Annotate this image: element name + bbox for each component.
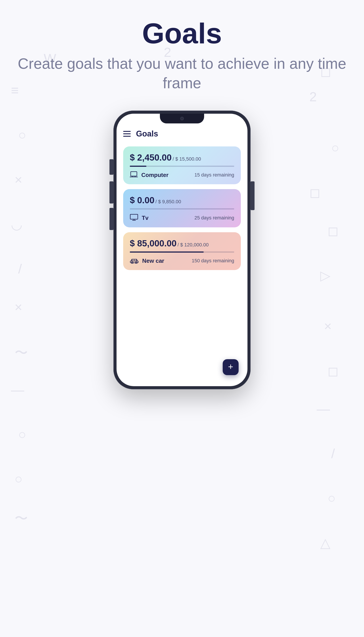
amount-current-newcar: $ 85,000.00	[130, 238, 176, 248]
card-info-computer: Computer 15 days remaining	[130, 171, 234, 179]
goal-card-computer[interactable]: $ 2,450.00 / $ 15,500.00	[123, 146, 241, 184]
card-label-computer: Computer	[141, 172, 168, 178]
app-content: Goals $ 2,450.00 / $ 15,500.00	[116, 114, 248, 386]
volume-silent-button	[110, 159, 114, 175]
bg-symbol: ○	[14, 471, 22, 486]
plus-icon: +	[228, 362, 233, 371]
bg-symbol: ○	[328, 490, 336, 506]
card-icon-label-tv: Tv	[130, 214, 148, 222]
card-info-tv: Tv 25 days remaining	[130, 214, 234, 222]
hamburger-line-3	[123, 136, 131, 137]
card-label-newcar: New car	[142, 258, 164, 264]
amount-current-computer: $ 2,450.00	[130, 152, 172, 162]
page-subtitle: Create goals that you want to achieve in…	[0, 54, 364, 93]
amount-current-tv: $ 0.00	[130, 195, 154, 205]
svg-rect-4	[130, 214, 138, 219]
card-days-newcar: 150 days remaining	[192, 258, 234, 264]
card-days-computer: 15 days remaining	[194, 172, 234, 178]
page-header: Goals Create goals that you want to achi…	[0, 0, 364, 102]
hamburger-line-1	[123, 131, 131, 132]
laptop-icon	[130, 171, 138, 179]
card-amount-computer: $ 2,450.00 / $ 15,500.00	[130, 152, 234, 162]
progress-bar-computer	[130, 166, 234, 167]
amount-total-newcar: / $ 120,000.00	[178, 242, 209, 248]
page-title: Goals	[0, 18, 364, 49]
add-goal-fab-button[interactable]: +	[223, 359, 238, 375]
goal-card-newcar[interactable]: $ 85,000.00 / $ 120,000.00	[123, 232, 241, 270]
card-amount-tv: $ 0.00 / $ 9,850.00	[130, 195, 234, 205]
bg-symbol: ○	[18, 427, 26, 442]
card-icon-label-newcar: New car	[130, 257, 164, 265]
volume-up-button	[110, 181, 114, 204]
app-header: Goals	[123, 127, 241, 138]
hamburger-menu-button[interactable]	[123, 131, 131, 137]
bg-symbol: —	[317, 401, 330, 416]
amount-total-tv: / $ 9,850.00	[156, 199, 181, 204]
bg-symbol: △	[320, 535, 330, 550]
progress-bar-tv	[130, 208, 234, 210]
phone-screen: Goals $ 2,450.00 / $ 15,500.00	[116, 114, 248, 386]
car-icon	[130, 257, 139, 265]
volume-down-button	[110, 208, 114, 230]
card-amount-newcar: $ 85,000.00 / $ 120,000.00	[130, 238, 234, 248]
amount-total-computer: / $ 15,500.00	[173, 156, 201, 162]
bg-symbol: 〜	[14, 510, 28, 528]
card-icon-label-computer: Computer	[130, 171, 168, 179]
front-camera	[180, 117, 184, 120]
app-header-title: Goals	[136, 129, 158, 138]
card-days-tv: 25 days remaining	[194, 215, 234, 221]
card-info-newcar: New car 150 days remaining	[130, 257, 234, 265]
bg-symbol: /	[331, 446, 335, 461]
phone-mockup: Goals $ 2,450.00 / $ 15,500.00	[0, 110, 364, 389]
tv-icon	[130, 214, 138, 222]
progress-fill-computer	[130, 166, 146, 167]
goal-card-tv[interactable]: $ 0.00 / $ 9,850.00	[123, 189, 241, 227]
card-label-tv: Tv	[142, 214, 148, 222]
svg-rect-0	[131, 172, 137, 176]
phone-frame: Goals $ 2,450.00 / $ 15,500.00	[114, 110, 250, 389]
progress-bar-newcar	[130, 252, 234, 252]
progress-fill-newcar	[130, 252, 204, 252]
phone-notch	[160, 114, 204, 124]
hamburger-line-2	[123, 133, 131, 134]
power-button	[250, 181, 254, 210]
